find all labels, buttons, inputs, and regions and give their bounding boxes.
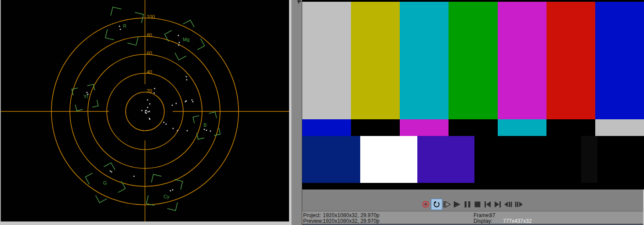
scope-ring-label: 40 — [147, 69, 152, 75]
scope-trace-dot — [147, 107, 148, 108]
scope-target-label-G: G — [103, 180, 107, 186]
target-bracket — [87, 84, 95, 92]
target-bracket — [111, 7, 121, 18]
scope-trace-dot — [148, 111, 149, 113]
transport-controls: RecordLoop PlaybackPlay From StartPlayPa… — [302, 189, 644, 211]
scope-trace-dot — [172, 105, 173, 106]
castellation-black — [546, 119, 595, 136]
splitter-shade — [291, 0, 292, 225]
scope-trace-dot — [149, 111, 150, 112]
castellation-gray — [595, 119, 644, 136]
scope-ring-label: 80 — [147, 32, 152, 38]
scope-trace-dot — [111, 171, 112, 173]
bar-yellow — [351, 2, 400, 119]
bottom-segment-minus-i — [302, 136, 360, 183]
target-bracket — [76, 104, 83, 111]
target-bracket — [127, 35, 138, 45]
transport-prev-frame[interactable]: Previous Frame — [504, 202, 512, 207]
bottom-segment-pluge — [581, 136, 597, 183]
scope-trace-dot — [187, 130, 188, 132]
display-label: Display: — [474, 218, 492, 224]
target-bracket — [209, 112, 217, 119]
preview-label: Preview: — [303, 218, 323, 224]
target-bracket — [96, 192, 107, 203]
scope-trace-dot — [210, 131, 211, 132]
display-value: 777x437x32 — [503, 218, 532, 224]
vectorscope-panel: 20406080100RMgYlBGCy — [1, 0, 289, 221]
preview-value: 1920x1080x32, 29.970p — [323, 218, 380, 224]
transport-next-frame[interactable]: Next Frame — [515, 202, 523, 207]
scope-ring-label: 60 — [147, 50, 152, 56]
scope-trace-dot — [146, 110, 147, 111]
scope-trace-dot — [149, 104, 151, 105]
transport-play[interactable]: Play — [454, 201, 460, 208]
castellation-blue — [302, 119, 351, 136]
target-bracket — [72, 88, 79, 95]
transport-stop[interactable]: Stop — [475, 202, 481, 207]
bar-green — [449, 2, 497, 119]
target-bracket — [152, 175, 162, 185]
scope-trace-dot — [149, 119, 151, 120]
scope-ring-40 — [107, 73, 183, 150]
smpte-bottom-row — [302, 136, 644, 183]
smpte-castellations — [302, 119, 644, 136]
scope-trace-dot — [110, 171, 111, 172]
scope-trace-dot — [147, 100, 148, 101]
castellation-cyan — [498, 119, 546, 136]
scope-trace-dot — [166, 124, 167, 125]
scope-trace-dot — [192, 101, 194, 103]
scope-trace-dot — [87, 92, 88, 93]
scope-trace-dot — [178, 35, 179, 36]
target-bracket — [91, 100, 98, 107]
scope-target-label-Mg: Mg — [183, 37, 189, 42]
scope-trace-dot — [172, 189, 174, 191]
video-editor-window: 20406080100RMgYlBGCy RecordLoop Playback… — [0, 0, 644, 225]
scope-target-label-B: B — [203, 122, 206, 128]
scope-trace-dot — [154, 88, 156, 89]
vectorscope-bottom-strip — [0, 221, 289, 225]
scope-ring-label: 20 — [147, 88, 152, 93]
transport-go-to-start[interactable]: Go to Start — [485, 201, 491, 207]
scope-trace-dot — [87, 94, 89, 95]
target-bracket — [193, 116, 200, 123]
transport-play-from-start[interactable]: Play From Start — [444, 201, 451, 207]
scope-trace-dot — [177, 130, 178, 132]
scope-trace-dot — [178, 45, 180, 46]
video-preview[interactable] — [302, 0, 644, 189]
target-bracket — [105, 29, 116, 40]
scope-ring-label: 100 — [147, 14, 155, 19]
scope-trace-dot — [141, 110, 143, 111]
project-value: 1920x1080x32, 29.970p — [323, 212, 380, 218]
bottom-segment-white — [360, 136, 417, 183]
scope-trace-dot — [179, 42, 180, 43]
target-bracket — [175, 49, 186, 60]
scope-trace-dot — [186, 100, 187, 102]
video-preview-panel: RecordLoop PlaybackPlay From StartPlayPa… — [302, 0, 644, 225]
scope-target-label-R: R — [123, 23, 127, 29]
scope-trace-dot — [119, 26, 120, 27]
splitter-grip-icon[interactable] — [297, 0, 302, 4]
transport-loop[interactable]: Loop Playback — [431, 199, 442, 210]
smpte-bars-main — [302, 2, 644, 119]
scope-target-label-Yl: Yl — [83, 94, 88, 99]
transport-go-to-end[interactable]: Go to End — [495, 201, 501, 207]
bottom-segment-black — [474, 136, 581, 183]
preview-status-bar: Project: 1920x1080x32, 29.970p Preview: … — [302, 211, 644, 224]
target-bracket — [183, 20, 194, 31]
scope-trace-dot — [176, 103, 177, 104]
scope-trace-dot — [134, 176, 135, 177]
scope-target-Cy — [146, 175, 182, 211]
castellation-black — [351, 119, 400, 136]
target-bracket — [104, 163, 115, 174]
frame-label: Frame: — [474, 212, 490, 218]
transport-pause[interactable]: Pause — [465, 201, 470, 207]
castellation-black — [449, 119, 497, 136]
frame-value: 87 — [489, 212, 495, 218]
transport-record[interactable]: Record — [423, 202, 429, 207]
bar-red — [546, 2, 595, 119]
scope-trace-dot — [173, 128, 174, 129]
scope-trace-dot — [192, 100, 193, 101]
scope-trace-dot — [186, 79, 188, 81]
scope-trace-dot — [154, 93, 155, 94]
panel-splitter[interactable] — [289, 0, 302, 225]
